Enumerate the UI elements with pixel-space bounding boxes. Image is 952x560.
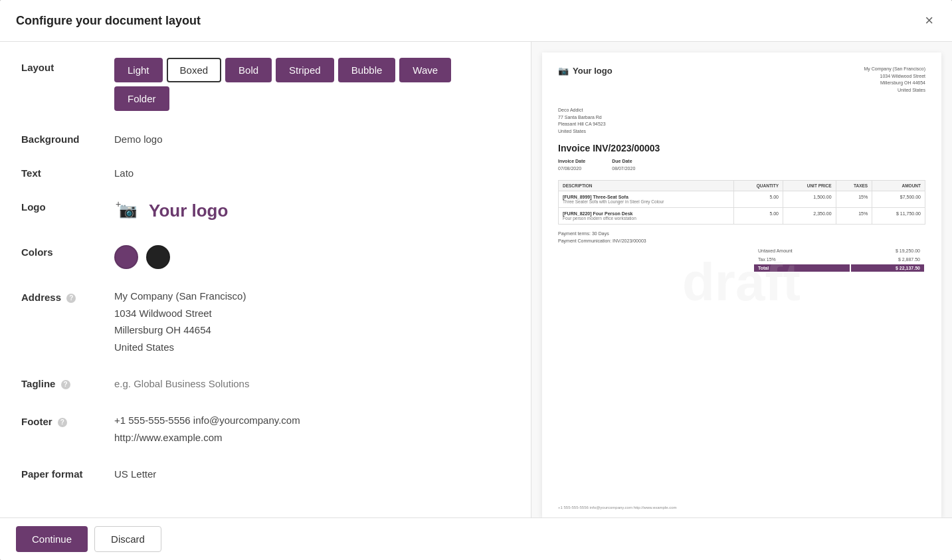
background-value: Demo logo bbox=[114, 130, 510, 145]
preview-untaxed-label: Untaxed Amount bbox=[754, 247, 850, 254]
logo-row: Logo + 📷 Your logo bbox=[21, 197, 510, 224]
layout-btn-striped[interactable]: Striped bbox=[276, 58, 334, 82]
preview-company-info: My Company (San Francisco) 1034 Wildwood… bbox=[864, 66, 925, 94]
preview-logo-label: Your logo bbox=[573, 66, 613, 76]
footer-content: +1 555-555-5556 info@yourcompany.com htt… bbox=[114, 412, 510, 446]
modal-title: Configure your document layout bbox=[16, 14, 201, 28]
tagline-label: Tagline ? bbox=[21, 374, 114, 389]
layout-buttons-container: Light Boxed Bold Striped Bubble Wave Fol… bbox=[114, 58, 510, 111]
text-content: Lato bbox=[114, 163, 510, 179]
address-row: Address ? My Company (San Francisco) 103… bbox=[21, 288, 510, 355]
preview-payment-terms: Payment terms: 30 Days bbox=[558, 231, 925, 236]
preview-camera-icon: 📷 bbox=[558, 66, 569, 76]
preview-untaxed-value: $ 19,250.00 bbox=[851, 247, 924, 254]
address-line4: United States bbox=[114, 339, 510, 356]
paper-format-value: US Letter bbox=[114, 464, 510, 480]
address-line2: 1034 Wildwood Street bbox=[114, 305, 510, 322]
continue-button[interactable]: Continue bbox=[16, 526, 88, 552]
preview-invoice-date: 07/08/2020 bbox=[558, 165, 585, 172]
color-swatches bbox=[114, 242, 510, 269]
preview-tax-row: Tax 15% $ 2,887.50 bbox=[754, 256, 924, 263]
right-panel: 📷 Your logo My Company (San Francisco) 1… bbox=[531, 42, 952, 517]
layout-btn-light[interactable]: Light bbox=[114, 58, 163, 82]
footer-text: +1 555-555-5556 info@yourcompany.com htt… bbox=[114, 412, 510, 446]
background-row: Background Demo logo bbox=[21, 130, 510, 145]
tagline-help-icon[interactable]: ? bbox=[61, 380, 70, 389]
preview-due-date-label: Due Date bbox=[612, 157, 635, 165]
address-line3: Millersburg OH 44654 bbox=[114, 322, 510, 339]
preview-document: 📷 Your logo My Company (San Francisco) 1… bbox=[542, 52, 941, 517]
preview-recipient-line1: Deco Addict bbox=[558, 107, 925, 114]
colors-row: Colors bbox=[21, 242, 510, 269]
modal-overlay: Configure your document layout × Layout … bbox=[0, 0, 952, 560]
preview-footer-text: +1 555-555-5556 info@yourcompany.com htt… bbox=[558, 506, 677, 510]
preview-company-line2: 1034 Wildwood Street bbox=[864, 73, 925, 80]
footer-row: Footer ? +1 555-555-5556 info@yourcompan… bbox=[21, 412, 510, 446]
preview-company-line4: United States bbox=[864, 87, 925, 94]
layout-buttons: Light Boxed Bold Striped Bubble Wave Fol… bbox=[114, 58, 510, 111]
preview-invoice-date-block: Invoice Date 07/08/2020 bbox=[558, 157, 585, 172]
preview-recipient-line2: 77 Santa Barbara Rd bbox=[558, 114, 925, 122]
text-label: Text bbox=[21, 163, 114, 179]
modal-footer: Continue Discard bbox=[0, 517, 952, 560]
camera-icon: 📷 bbox=[119, 202, 137, 219]
tagline-content bbox=[114, 374, 510, 393]
preview-row2-taxes: 15% bbox=[836, 208, 872, 225]
footer-line1: +1 555-555-5556 info@yourcompany.com bbox=[114, 412, 510, 429]
table-row: [FURN_8999] Three-Seat Sofa Three Seater… bbox=[559, 191, 925, 208]
layout-btn-wave[interactable]: Wave bbox=[399, 58, 451, 82]
preview-total-value: $ 22,137.50 bbox=[851, 264, 924, 272]
preview-company-line3: Millersburg OH 44654 bbox=[864, 80, 925, 87]
preview-row1-taxes: 15% bbox=[836, 191, 872, 208]
preview-tax-label: Tax 15% bbox=[754, 256, 850, 263]
left-panel: Layout Light Boxed Bold Striped Bubble W… bbox=[0, 42, 531, 517]
color-swatch-primary[interactable] bbox=[114, 245, 138, 269]
tagline-input[interactable] bbox=[114, 374, 510, 393]
preview-row2-amount: $ 11,750.00 bbox=[872, 208, 925, 225]
preview-recipient-line3: Pleasant Hill CA 94523 bbox=[558, 121, 925, 128]
logo-upload-icon[interactable]: + 📷 bbox=[114, 197, 141, 224]
preview-row1-amount: $7,500.00 bbox=[872, 191, 925, 208]
table-row: [FURN_8220] Four Person Desk Four person… bbox=[559, 208, 925, 225]
logo-text-label: Your logo bbox=[149, 201, 228, 221]
preview-header: 📷 Your logo My Company (San Francisco) 1… bbox=[558, 66, 925, 94]
preview-dates: Invoice Date 07/08/2020 Due Date 08/07/2… bbox=[558, 157, 925, 172]
paper-format-content: US Letter bbox=[114, 464, 510, 480]
text-value: Lato bbox=[114, 163, 510, 179]
layout-btn-folder[interactable]: Folder bbox=[114, 86, 169, 111]
preview-recipient-line4: United States bbox=[558, 128, 925, 136]
address-help-icon[interactable]: ? bbox=[66, 294, 76, 303]
footer-help-icon[interactable]: ? bbox=[58, 418, 67, 427]
preview-row2-desc: [FURN_8220] Four Person Desk Four person… bbox=[559, 208, 734, 225]
preview-row2-qty: 5.00 bbox=[734, 208, 783, 225]
layout-row: Layout Light Boxed Bold Striped Bubble W… bbox=[21, 58, 510, 111]
preview-recipient: Deco Addict 77 Santa Barbara Rd Pleasant… bbox=[558, 107, 925, 135]
preview-company-line1: My Company (San Francisco) bbox=[864, 66, 925, 73]
layout-btn-boxed[interactable]: Boxed bbox=[167, 58, 222, 82]
colors-label: Colors bbox=[21, 242, 114, 258]
preview-totals-table: Untaxed Amount $ 19,250.00 Tax 15% $ 2,8… bbox=[753, 246, 925, 273]
layout-btn-bold[interactable]: Bold bbox=[225, 58, 272, 82]
paper-format-row: Paper format US Letter bbox=[21, 464, 510, 480]
preview-row2-price: 2,350.00 bbox=[783, 208, 836, 225]
preview-row1-desc: [FURN_8999] Three-Seat Sofa Three Seater… bbox=[559, 191, 734, 208]
layout-btn-bubble[interactable]: Bubble bbox=[338, 58, 396, 82]
preview-table-header-desc: DESCRIPTION bbox=[559, 181, 734, 191]
footer-line2: http://www.example.com bbox=[114, 429, 510, 446]
address-text: My Company (San Francisco) 1034 Wildwood… bbox=[114, 288, 510, 355]
preview-invoice-title: Invoice INV/2023/00003 bbox=[558, 143, 925, 153]
preview-due-date-block: Due Date 08/07/2020 bbox=[612, 157, 635, 172]
preview-tax-value: $ 2,887.50 bbox=[851, 256, 924, 263]
close-button[interactable]: × bbox=[922, 11, 936, 31]
configure-dialog: Configure your document layout × Layout … bbox=[0, 0, 952, 560]
preview-payment-comm: Payment Communication: INV/2023/00003 bbox=[558, 238, 925, 243]
footer-label: Footer ? bbox=[21, 412, 114, 427]
preview-due-date: 08/07/2020 bbox=[612, 165, 635, 172]
color-swatch-secondary[interactable] bbox=[146, 245, 170, 269]
logo-area[interactable]: + 📷 Your logo bbox=[114, 197, 510, 224]
colors-content bbox=[114, 242, 510, 269]
preview-table-header-qty: QUANTITY bbox=[734, 181, 783, 191]
discard-button[interactable]: Discard bbox=[94, 526, 161, 552]
preview-table-header-amount: AMOUNT bbox=[872, 181, 925, 191]
text-row: Text Lato bbox=[21, 163, 510, 179]
